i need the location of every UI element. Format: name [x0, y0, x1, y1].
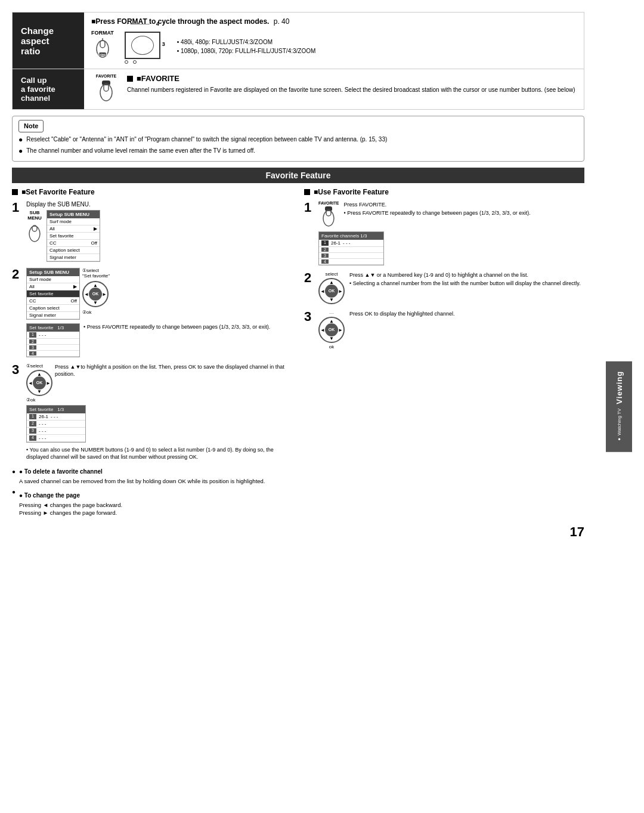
- step3-ok-nav[interactable]: OK ▲ ▼ ◄ ►: [26, 370, 52, 396]
- ok-left-arrow: ◄: [28, 380, 33, 385]
- use-fav-row-2: 2: [319, 247, 383, 253]
- ok-up-arrow: ▲: [329, 319, 334, 324]
- use-fav-row-1: 1 26-1 - - -: [319, 240, 383, 247]
- ok-right-arrow: ►: [46, 380, 51, 385]
- change-page-text1: Pressing ◄ changes the page backward.: [19, 501, 122, 509]
- use-step2-ok-nav[interactable]: OK ▲ ▼ ◄ ►: [318, 278, 345, 304]
- fav-val-ch: 26-1: [39, 414, 48, 419]
- step2-menu-cc: CCOff: [27, 298, 79, 305]
- use-step2-area: select OK ▲ ▼ ◄ ►: [318, 271, 584, 304]
- step2-menu-signal: Signal meter: [27, 312, 79, 319]
- note-box: Note ● Reselect "Cable" or "Antenna" in …: [12, 116, 584, 162]
- fav-description: Channel numbers registered in Favorite a…: [127, 85, 577, 94]
- ok-inner: OK: [325, 285, 338, 298]
- step2-menu-caption: Caption select: [27, 305, 79, 312]
- sub-menu-icon-area: SUB MENU: [26, 210, 43, 243]
- use-step-3: 3 — OK ▲ ▼ ◄: [304, 310, 584, 350]
- fav-num-1: 1: [29, 332, 36, 338]
- format-button-area: FORMAT FORMAT: [91, 30, 114, 63]
- step3-annotation-area: ①select OK ▲ ▼ ◄ ► ②ok: [26, 363, 52, 403]
- use-step2-text: Press ▲▼ or a Numbered key (1-9 and 0) t…: [349, 271, 584, 288]
- fav-num-4: 4: [29, 351, 36, 356]
- use-step3-ok-area: — OK ▲ ▼ ◄ ► ok: [318, 310, 345, 350]
- note-text-1: Reselect "Cable" or "Antenna" in "ANT in…: [26, 135, 387, 145]
- set-step-1: 1 Display the SUB MENU. SUB MENU: [12, 201, 292, 262]
- aspect-arrow: ←————: [126, 21, 150, 26]
- delete-fav-text: A saved channel can be removed from the …: [19, 477, 265, 485]
- ok-inner: OK: [33, 376, 46, 390]
- note-item-1: ● Reselect "Cable" or "Antenna" in "ANT …: [18, 135, 578, 145]
- step3-press-text: Press ▲▼to highlight a position on the l…: [55, 363, 292, 378]
- menu-item-signal: Signal meter: [47, 254, 100, 261]
- call-up-content: FAVORITE ■FAVORITE Channel numbers regis: [84, 69, 584, 109]
- sub-menu-header: Setup SUB MENU: [47, 211, 100, 218]
- use-fav-title: ■Use Favorite Feature: [304, 188, 584, 196]
- menu-item-set-fav: Set favorite: [47, 233, 100, 240]
- use-step-3-content: — OK ▲ ▼ ◄ ► ok: [318, 310, 584, 350]
- use-step3-ok-nav[interactable]: OK ▲ ▼ ◄ ►: [318, 317, 345, 343]
- ok-down-arrow: ▼: [93, 300, 98, 305]
- svg-rect-5: [102, 81, 110, 85]
- step-number-1: 1: [12, 201, 21, 214]
- fav-val-3: - - -: [39, 428, 46, 434]
- sub-menu-label: SUB MENU: [27, 210, 42, 221]
- note-title: Note: [18, 120, 44, 132]
- bullet-icon: ●: [12, 487, 16, 517]
- ok-right-arrow: ►: [102, 291, 107, 296]
- watching-label: ● Watching TV: [617, 409, 622, 443]
- bottom-bullets: ● ● To delete a favorite channel A saved…: [12, 467, 292, 517]
- use-fav-remote-area: FAVORITE: [318, 201, 339, 228]
- use-step-2-content: select OK ▲ ▼ ◄ ►: [318, 271, 584, 304]
- page-number-area: 17: [12, 524, 584, 540]
- ok-inner: OK: [89, 288, 102, 301]
- fav-row-1: 1 - - -: [27, 332, 79, 339]
- step2-fav-area: Set favorite 1/3 1 - - - 2: [26, 323, 292, 357]
- step3-fav-row-1: 1 26-1 - - -: [27, 413, 85, 421]
- step2-press-text: • Press FAVORITE repeatedly to change be…: [83, 323, 270, 331]
- step3-fav-row-4: 4 - - -: [27, 435, 85, 442]
- step2-menu-setfav: Set favorite: [27, 290, 79, 298]
- step2-menu-surf: Surf mode: [27, 276, 79, 283]
- ok-up-arrow: ▲: [93, 283, 98, 288]
- bullet-icon: ●: [18, 146, 23, 156]
- use-fav-ch-1: 26-1: [331, 240, 340, 246]
- ok-up-arrow: ▲: [329, 280, 334, 285]
- ok-label-placeholder: —: [329, 310, 334, 316]
- fav-num-2: 2: [29, 421, 36, 426]
- viewing-sidebar: Viewing ● Watching TV: [606, 361, 632, 452]
- step3-fav-header: Set favorite 1/3: [27, 406, 85, 413]
- step-1-content: Display the SUB MENU. SUB MENU: [26, 201, 292, 262]
- use-fav-dash-1: - - -: [343, 240, 350, 246]
- step-number-2: 2: [12, 268, 21, 281]
- use-fav-label: FAVORITE: [318, 201, 339, 205]
- step2-fav-header: Set favorite 1/3: [27, 324, 79, 332]
- ok-left-arrow: ◄: [84, 291, 89, 296]
- aspect-dot: [133, 60, 137, 64]
- use-step-num-1: 1: [304, 201, 314, 214]
- use-step-1: 1 FAVORITE: [304, 201, 584, 265]
- menu-item-caption: Caption select: [47, 247, 100, 254]
- step-2-content: Setup SUB MENU Surf mode All▶ Set favori…: [26, 268, 292, 357]
- ok-left-arrow: ◄: [320, 327, 325, 332]
- use-step1-text: Press FAVORITE. • Press FAVORITE repeate…: [343, 201, 584, 217]
- fav-num-4: 4: [29, 435, 36, 441]
- note-text-2: The channel number and volume level rema…: [26, 146, 255, 156]
- use-step-2: 2 select OK ▲ ▼ ◄: [304, 271, 584, 304]
- fav-row-3: 3: [27, 345, 79, 351]
- bullet-icon: ●: [12, 467, 16, 485]
- fav-val-2: - - -: [39, 421, 46, 426]
- ok-nav-button[interactable]: OK ▲ ▼ ◄ ►: [82, 281, 109, 307]
- call-up-label: Call up a favorite channel: [13, 69, 84, 109]
- fav-val-1: - - -: [39, 332, 46, 338]
- black-square-icon: [127, 76, 133, 82]
- favorite-icon-col: FAVORITE: [91, 74, 121, 104]
- favorite-label-top: FAVORITE: [96, 74, 116, 78]
- use-step3-text: Press OK to display the highlighted chan…: [349, 310, 584, 318]
- fav-val-4: - - -: [39, 435, 46, 441]
- use-fav-num-4: 4: [321, 259, 329, 264]
- press-format-title: ■Press FORMAT to cycle through the aspec…: [91, 17, 577, 26]
- ok-up-arrow: ▲: [37, 372, 42, 377]
- step3-annotation2: ②ok: [26, 397, 35, 403]
- ok-down-arrow: ▼: [329, 297, 334, 302]
- step2-annotation2: ②ok: [82, 310, 91, 315]
